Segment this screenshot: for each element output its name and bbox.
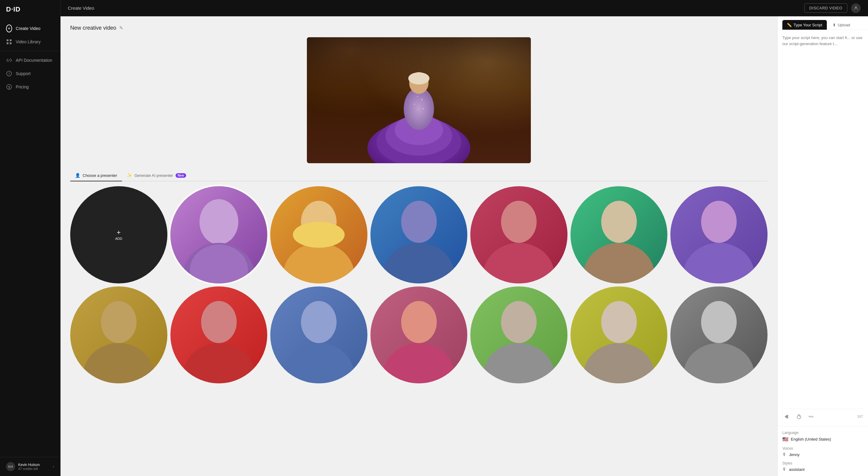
- video-title: New creative video: [70, 25, 116, 31]
- svg-point-21: [199, 199, 238, 245]
- grid-icon: [6, 39, 12, 45]
- svg-point-28: [383, 243, 454, 284]
- voices-label: Voices: [782, 446, 863, 451]
- presenter-item-1[interactable]: ×: [170, 186, 268, 284]
- sidebar-item-video-library[interactable]: Video Library: [0, 35, 60, 49]
- help-circle-icon: ?: [6, 70, 12, 77]
- sidebar-label-api-docs: API Documentation: [16, 58, 52, 63]
- discard-video-button[interactable]: DISCARD VIDEO: [804, 3, 847, 13]
- svg-line-53: [799, 416, 800, 417]
- wave-button[interactable]: [807, 412, 816, 421]
- style-value[interactable]: assistant: [789, 467, 804, 472]
- presenter-item-13[interactable]: [670, 287, 768, 384]
- presenter-item-5[interactable]: [570, 186, 668, 284]
- dollar-icon: $: [6, 84, 12, 90]
- svg-point-30: [483, 243, 554, 284]
- add-presenter-button[interactable]: + ADD: [70, 186, 167, 284]
- presenter-item-12[interactable]: [570, 287, 668, 384]
- avatar-initials: KH: [8, 465, 13, 469]
- logo-text: D·ID: [6, 5, 21, 13]
- svg-point-36: [83, 343, 154, 384]
- char-count: 387: [857, 415, 863, 419]
- tab-type-script[interactable]: ✏️ Type Your Script: [782, 20, 827, 30]
- person-icon: 👤: [75, 173, 80, 178]
- svg-rect-0: [7, 39, 8, 41]
- sidebar-item-create-video[interactable]: + Create Video: [0, 22, 60, 35]
- svg-point-9: [855, 6, 857, 8]
- presenter-item-10[interactable]: [370, 287, 468, 384]
- sidebar-item-pricing[interactable]: $ Pricing: [0, 80, 60, 94]
- presenter-item-11[interactable]: [470, 287, 567, 384]
- svg-point-47: [701, 301, 737, 343]
- topbar: Create Video DISCARD VIDEO: [61, 0, 868, 17]
- sidebar-item-support[interactable]: ? Support: [0, 67, 60, 80]
- pen-icon: ✏️: [787, 23, 792, 27]
- video-title-bar: New creative video ✎: [70, 25, 768, 31]
- tab-choose-presenter[interactable]: 👤 Choose a presenter: [70, 170, 122, 181]
- tab-upload-label: Upload: [838, 23, 850, 27]
- style-icon: 🎙: [782, 467, 786, 472]
- svg-point-31: [601, 201, 637, 243]
- svg-point-39: [301, 301, 337, 343]
- sidebar-item-api-docs[interactable]: API Documentation: [0, 54, 60, 67]
- svg-point-45: [601, 301, 637, 343]
- add-label: ADD: [115, 237, 122, 240]
- presenter-item-8[interactable]: [170, 287, 268, 384]
- svg-rect-3: [10, 42, 11, 44]
- voice-value[interactable]: Jenny: [789, 452, 800, 457]
- presenter-item-6[interactable]: [670, 186, 768, 284]
- svg-line-4: [8, 59, 10, 61]
- svg-point-41: [401, 301, 437, 343]
- presenter-item-4[interactable]: [470, 186, 567, 284]
- presenter-preview: [307, 37, 531, 163]
- script-input[interactable]: [782, 35, 863, 409]
- user-info: Kevin Hutson 47 credits left: [18, 463, 50, 471]
- timer-button[interactable]: [795, 412, 804, 421]
- right-panel: ✏️ Type Your Script ⬆ Upload: [777, 17, 868, 476]
- sidebar-label-create-video: Create Video: [16, 26, 40, 31]
- svg-point-35: [101, 301, 137, 343]
- topbar-avatar[interactable]: [851, 3, 861, 13]
- sidebar-label-support: Support: [16, 71, 31, 76]
- presenter-tabs: 👤 Choose a presenter ✨ Generate AI prese…: [70, 170, 768, 181]
- language-setting: Language 🇺🇸 English (United States): [782, 430, 863, 442]
- content-area: New creative video ✎: [61, 17, 868, 476]
- rewind-button[interactable]: [782, 412, 792, 421]
- plus-circle-icon: +: [6, 25, 12, 31]
- script-toolbar: 387: [782, 409, 863, 421]
- presenter-item-9[interactable]: [270, 287, 367, 384]
- svg-point-17: [414, 103, 415, 105]
- presenter-close-icon[interactable]: ×: [261, 187, 267, 192]
- presenter-item-7[interactable]: [70, 287, 167, 384]
- presenters-grid-row2: [70, 287, 768, 384]
- svg-rect-50: [787, 415, 788, 418]
- script-tabs: ✏️ Type Your Script ⬆ Upload: [777, 17, 868, 30]
- tab-generate-ai[interactable]: ✨ Generate AI presenter New: [122, 170, 191, 181]
- language-value[interactable]: English (United States): [791, 437, 831, 442]
- svg-point-32: [584, 243, 655, 284]
- presenter-item-2[interactable]: [270, 186, 367, 284]
- tab-choose-presenter-label: Choose a presenter: [83, 173, 117, 178]
- edit-title-icon[interactable]: ✎: [119, 25, 123, 31]
- language-flag: 🇺🇸: [782, 436, 788, 442]
- tab-upload[interactable]: ⬆ Upload: [828, 20, 855, 30]
- svg-text:?: ?: [8, 72, 10, 76]
- styles-label: Styles: [782, 461, 863, 466]
- svg-point-16: [408, 72, 430, 85]
- presenter-item-3[interactable]: [370, 186, 468, 284]
- svg-point-43: [501, 301, 537, 343]
- svg-point-27: [401, 201, 437, 243]
- svg-rect-2: [7, 42, 8, 44]
- script-area: 387: [777, 30, 868, 426]
- right-settings: Language 🇺🇸 English (United States) Voic…: [777, 426, 868, 476]
- user-profile[interactable]: KH Kevin Hutson 47 credits left ›: [0, 457, 60, 476]
- svg-point-34: [683, 243, 754, 284]
- svg-marker-49: [785, 415, 787, 418]
- sidebar-label-pricing: Pricing: [16, 85, 29, 89]
- language-label: Language: [782, 430, 863, 435]
- topbar-right: DISCARD VIDEO: [804, 3, 861, 13]
- svg-point-25: [283, 243, 354, 284]
- nav-divider: [0, 51, 60, 51]
- tab-type-script-label: Type Your Script: [794, 23, 822, 27]
- svg-rect-1: [10, 39, 11, 41]
